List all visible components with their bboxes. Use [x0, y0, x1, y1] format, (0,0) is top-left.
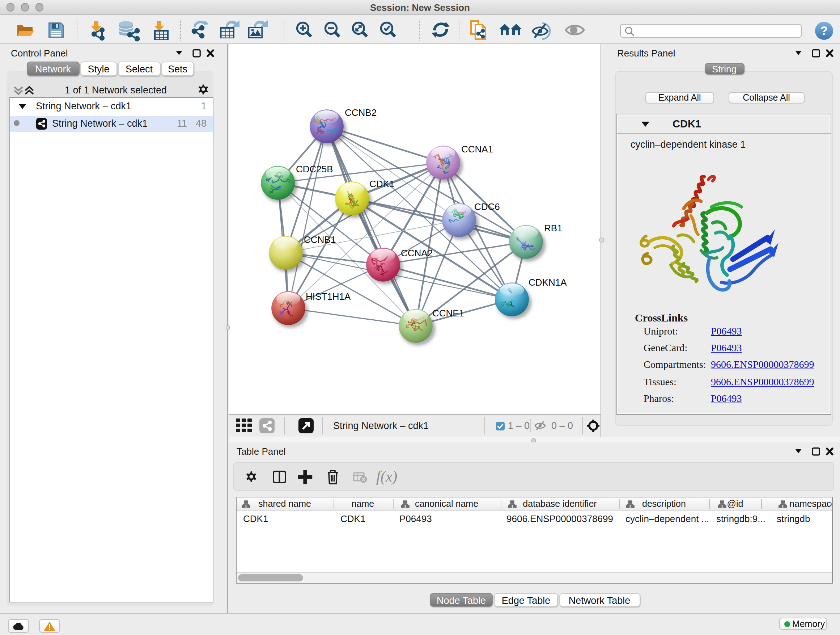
svg-text:CDC6: CDC6 [474, 201, 500, 212]
svg-text:0 – 0: 0 – 0 [551, 420, 573, 431]
svg-text:RB1: RB1 [544, 223, 562, 233]
svg-text:CCNB1: CCNB1 [303, 234, 335, 245]
svg-text:String Network – cdk1: String Network – cdk1 [333, 420, 428, 431]
svg-text:CCNA2: CCNA2 [401, 248, 432, 258]
svg-text:HIST1H1A: HIST1H1A [305, 291, 351, 302]
svg-text:f(x): f(x) [376, 468, 397, 485]
svg-text:?: ? [821, 23, 828, 37]
svg-text:CDC25B: CDC25B [295, 164, 333, 174]
svg-text:CDKN1A: CDKN1A [528, 277, 567, 288]
svg-text:CCNA1: CCNA1 [461, 144, 493, 155]
svg-text:CDK1: CDK1 [369, 179, 394, 189]
svg-text:CCNE1: CCNE1 [432, 308, 464, 318]
svg-text:CCNB2: CCNB2 [344, 107, 376, 118]
svg-text:1 – 0: 1 – 0 [508, 420, 529, 431]
